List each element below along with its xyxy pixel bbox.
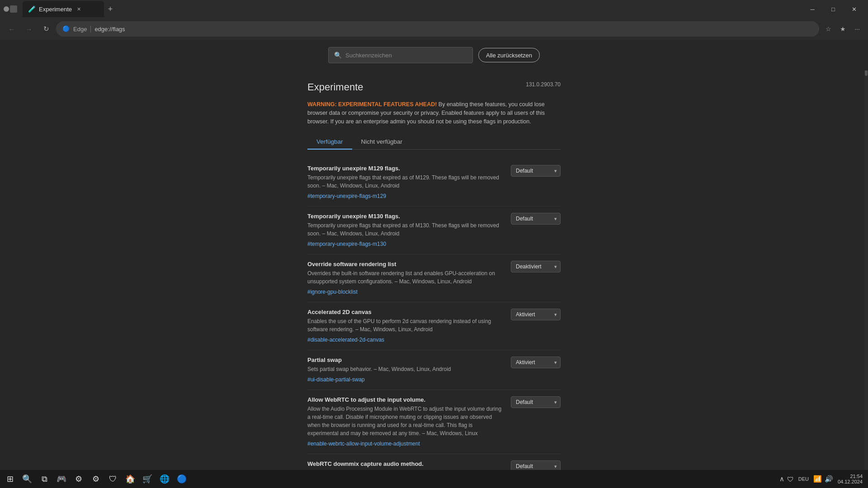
taskbar-icon1[interactable]: ⚙ — [88, 471, 104, 487]
maximize-button[interactable]: □ — [823, 2, 844, 16]
tab-title-text: Experimente — [39, 6, 72, 13]
flag-select-6[interactable]: DefaultAktiviertDeaktiviert — [511, 460, 561, 470]
flag-info-3: Accelerated 2D canvas Enables the use of… — [307, 309, 504, 343]
search-box[interactable]: 🔍 Suchkennzeichen — [328, 47, 473, 63]
flag-description-2: Overrides the built-in software renderin… — [307, 269, 504, 286]
window-controls — [4, 5, 19, 13]
language-indicator: DEU — [797, 476, 811, 482]
flag-select-5[interactable]: DefaultAktiviertDeaktiviert — [511, 396, 561, 408]
flag-select-4[interactable]: DefaultAktiviertDeaktiviert — [511, 357, 561, 368]
flag-item: Temporarily unexpire M129 flags. Tempora… — [307, 159, 561, 206]
flag-link-4[interactable]: #ui-disable-partial-swap — [307, 376, 365, 383]
flag-select-2[interactable]: DefaultAktiviertDeaktiviert — [511, 261, 561, 272]
flag-title-4: Partial swap — [307, 357, 504, 363]
taskbar-network-icon[interactable]: 📶 — [813, 475, 822, 483]
xbox-button[interactable]: 🎮 — [53, 471, 70, 487]
content-wrapper: Experimente 131.0.2903.70 WARNING: EXPER… — [307, 49, 561, 461]
page-title: Experimente — [307, 81, 363, 93]
version-label: 131.0.2903.70 — [526, 81, 561, 88]
flag-item: Allow WebRTC to adjust the input volume.… — [307, 390, 561, 454]
start-button[interactable]: ⊞ — [2, 471, 18, 487]
minimize-button[interactable]: ─ — [802, 2, 823, 16]
reset-all-button[interactable]: Alle zurücksetzen — [478, 48, 540, 62]
close-button[interactable]: ✕ — [844, 2, 864, 16]
edge-logo-icon: 🔵 — [62, 25, 70, 33]
edge-taskbar-button[interactable]: 🌐 — [156, 471, 173, 487]
tab-icon-favicon2 — [10, 5, 17, 13]
more-button[interactable]: ··· — [851, 23, 863, 35]
scrollable-area: Experimente 131.0.2903.70 WARNING: EXPER… — [307, 81, 561, 470]
forward-button[interactable]: → — [22, 22, 36, 36]
flag-select-wrapper-2: DefaultAktiviertDeaktiviert ▾ — [511, 261, 561, 272]
main-content: Experimente 131.0.2903.70 WARNING: EXPER… — [0, 40, 868, 470]
taskbar-clock[interactable]: 21:54 04.12.2024 — [838, 474, 866, 484]
flag-description-5: Allow the Audio Processing Module in Web… — [307, 405, 504, 437]
back-button[interactable]: ← — [5, 22, 19, 36]
flag-info-0: Temporarily unexpire M129 flags. Tempora… — [307, 165, 504, 200]
flag-select-3[interactable]: DefaultAktiviertDeaktiviert — [511, 309, 561, 320]
star-button[interactable]: ☆ — [822, 23, 835, 35]
flag-description-1: Temporarily unexpire flags that expired … — [307, 221, 504, 238]
flag-select-wrapper-3: DefaultAktiviertDeaktiviert ▾ — [511, 309, 561, 320]
tab-close-button[interactable]: ✕ — [75, 5, 83, 13]
flag-link-5[interactable]: #enable-webrtc-allow-input-volume-adjust… — [307, 441, 420, 447]
flag-info-5: Allow WebRTC to adjust the input volume.… — [307, 396, 504, 447]
navbar: ← → ↻ 🔵 Edge edge://flags ☆ ★ ··· — [0, 18, 868, 40]
nav-icons-right: ☆ ★ ··· — [822, 23, 863, 35]
flags-list: Temporarily unexpire M129 flags. Tempora… — [307, 159, 561, 470]
taskbar-arrow-icon[interactable]: ∧ — [779, 475, 784, 483]
taskbar-time: 21:54 04.12.2024 — [838, 474, 863, 484]
flag-item: Accelerated 2D canvas Enables the use of… — [307, 302, 561, 350]
active-tab[interactable]: 🧪 Experimente ✕ — [23, 1, 104, 17]
flag-link-3[interactable]: #disable-accelerated-2d-canvas — [307, 337, 384, 343]
edge-taskbar-button2[interactable]: 🔵 — [174, 471, 190, 487]
flag-item: Temporarily unexpire M130 flags. Tempora… — [307, 206, 561, 254]
flag-title-2: Override software rendering list — [307, 261, 504, 267]
edge-brand-label: Edge — [73, 26, 91, 33]
flag-title-3: Accelerated 2D canvas — [307, 309, 504, 315]
taskbar: ⊞ 🔍 ⧉ 🎮 ⚙ ⚙ 🛡 🏠 🛒 🌐 🔵 ∧ 🛡 DEU 📶 🔊 21:54 … — [0, 470, 868, 488]
flag-description-3: Enables the use of the GPU to perform 2d… — [307, 317, 504, 333]
taskbar-volume-icon[interactable]: 🔊 — [825, 475, 833, 483]
page-header: Experimente 131.0.2903.70 — [307, 81, 561, 93]
flag-title-5: Allow WebRTC to adjust the input volume. — [307, 396, 504, 403]
refresh-button[interactable]: ↻ — [39, 22, 53, 36]
task-view-button[interactable]: ⧉ — [36, 471, 52, 487]
flag-title-0: Temporarily unexpire M129 flags. — [307, 165, 504, 172]
taskbar-shield-icon[interactable]: 🛡 — [787, 475, 794, 483]
flag-info-6: WebRTC downmix capture audio method. Ove… — [307, 460, 504, 470]
flag-select-wrapper-5: DefaultAktiviertDeaktiviert ▾ — [511, 396, 561, 408]
tab-favicon: 🧪 — [28, 5, 35, 13]
tab-available[interactable]: Verfügbar — [307, 135, 352, 150]
flag-link-0[interactable]: #temporary-unexpire-flags-m129 — [307, 193, 386, 199]
flags-search-row: 🔍 Suchkennzeichen Alle zurücksetzen — [0, 40, 868, 70]
page-scrollbar[interactable] — [864, 40, 868, 470]
flag-item: Partial swap Sets partial swap behavior.… — [307, 350, 561, 390]
taskbar-icons-right: ∧ 🛡 DEU 📶 🔊 — [776, 475, 837, 483]
favorites-button[interactable]: ★ — [836, 23, 849, 35]
search-placeholder-text: Suchkennzeichen — [345, 52, 392, 59]
address-bar[interactable]: 🔵 Edge edge://flags — [56, 21, 819, 37]
titlebar: 🧪 Experimente ✕ + ─ □ ✕ — [0, 0, 868, 18]
tabs-bar: Verfügbar Nicht verfügbar — [307, 135, 561, 150]
window-controls-right: ─ □ ✕ — [802, 2, 864, 16]
flag-select-1[interactable]: DefaultAktiviertDeaktiviert — [511, 213, 561, 225]
search-icon: 🔍 — [334, 52, 342, 59]
tab-icon-favicon — [4, 6, 9, 12]
warning-text: WARNING: EXPERIMENTAL FEATURES AHEAD! By… — [307, 100, 561, 126]
settings-button[interactable]: ⚙ — [71, 471, 87, 487]
taskbar-icon3[interactable]: 🏠 — [122, 471, 138, 487]
flag-link-1[interactable]: #temporary-unexpire-flags-m130 — [307, 241, 386, 247]
store-button[interactable]: 🛒 — [139, 471, 156, 487]
flag-select-0[interactable]: DefaultAktiviertDeaktiviert — [511, 165, 561, 177]
taskbar-icon2[interactable]: 🛡 — [105, 471, 121, 487]
new-tab-button[interactable]: + — [104, 3, 117, 15]
tab-unavailable[interactable]: Nicht verfügbar — [352, 135, 412, 150]
flag-title-1: Temporarily unexpire M130 flags. — [307, 213, 504, 220]
flag-link-2[interactable]: #ignore-gpu-blocklist — [307, 289, 358, 295]
flag-info-4: Partial swap Sets partial swap behavior.… — [307, 357, 504, 383]
flag-item: Override software rendering list Overrid… — [307, 254, 561, 302]
flag-select-wrapper-4: DefaultAktiviertDeaktiviert ▾ — [511, 357, 561, 368]
warning-label: WARNING: EXPERIMENTAL FEATURES AHEAD! — [307, 101, 437, 108]
search-taskbar-button[interactable]: 🔍 — [19, 471, 35, 487]
